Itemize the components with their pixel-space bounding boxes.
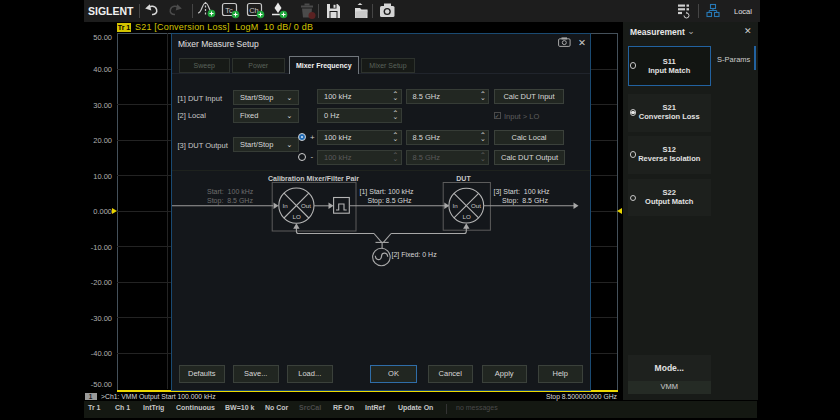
svg-text:LO: LO [293, 213, 301, 220]
svg-text:[3] Start: 100 kHz: [3] Start: 100 kHz [494, 188, 551, 196]
svg-text:In: In [283, 202, 289, 209]
svg-text:[2] Fixed: 0 Hz: [2] Fixed: 0 Hz [392, 251, 438, 259]
svg-text:Out: Out [471, 202, 481, 209]
svg-text:Out: Out [301, 202, 311, 209]
svg-text:Stop: 8.5 GHz: Stop: 8.5 GHz [502, 197, 548, 205]
svg-text:Tc: Tc [225, 6, 233, 15]
svg-text:Stop: 8.5 GHz: Stop: 8.5 GHz [207, 197, 253, 205]
svg-text:DUT: DUT [456, 175, 471, 182]
svg-text:[1] Start: 100 kHz: [1] Start: 100 kHz [360, 188, 415, 196]
svg-text:Calibration Mixer/Filter Pair: Calibration Mixer/Filter Pair [268, 175, 359, 182]
svg-text:In: In [453, 202, 459, 209]
svg-text:LO: LO [463, 213, 471, 220]
svg-text:Start: 100 kHz: Start: 100 kHz [207, 188, 254, 195]
svg-text:Stop: 8.5 GHz: Stop: 8.5 GHz [368, 197, 412, 205]
